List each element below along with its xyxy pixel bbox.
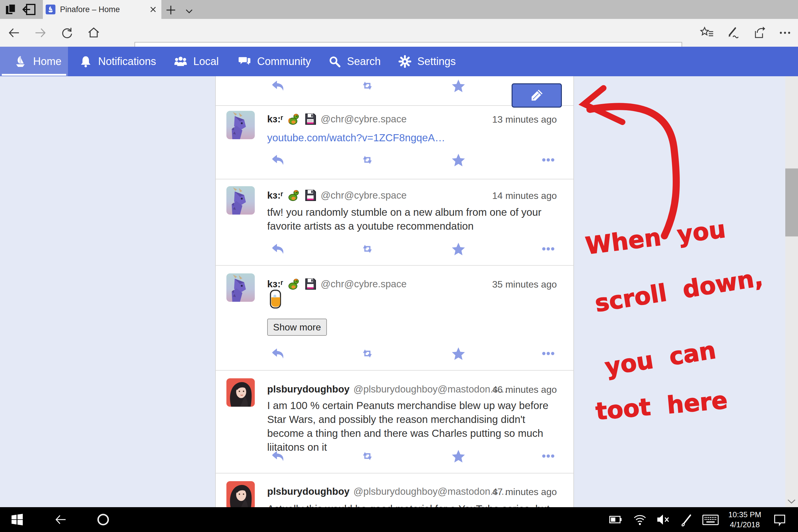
dragon-emoji	[287, 189, 300, 202]
nav-item-community[interactable]: Community	[238, 47, 311, 76]
pinafore-favicon	[45, 4, 56, 15]
action-center-icon[interactable]	[773, 513, 786, 526]
tab-chevron-icon[interactable]	[183, 4, 197, 18]
nav-item-home[interactable]: Home	[0, 47, 68, 76]
ellipsis-icon[interactable]	[541, 153, 555, 167]
boost-icon[interactable]	[361, 242, 375, 256]
avatar[interactable]	[226, 378, 255, 407]
toot-link[interactable]: youtube.com/watch?v=1ZCF8ngqeA…	[267, 132, 445, 143]
home-icon[interactable]	[87, 26, 101, 40]
screen: Pinafore – Home https://de	[0, 0, 798, 532]
touch-keyboard-icon[interactable]	[702, 514, 719, 526]
star-icon[interactable]	[451, 346, 465, 361]
scrollbar-thumb[interactable]	[785, 169, 798, 236]
reply-icon[interactable]	[271, 449, 285, 463]
nav-label: Local	[193, 55, 219, 68]
scroll-down-arrow-icon[interactable]	[786, 498, 797, 506]
boost-icon[interactable]	[361, 449, 375, 463]
pencil-icon	[529, 88, 545, 103]
more-icon[interactable]	[778, 26, 792, 40]
account-handle: @chr@cybre.space	[321, 279, 407, 290]
taskbar-back-icon[interactable]	[54, 513, 68, 526]
star-icon[interactable]	[451, 153, 465, 167]
back-icon[interactable]	[7, 26, 21, 40]
boost-icon[interactable]	[361, 153, 375, 167]
people-icon	[174, 55, 187, 68]
pen-icon[interactable]	[680, 513, 694, 526]
reply-icon[interactable]	[271, 79, 285, 93]
avatar[interactable]	[226, 186, 255, 214]
browser-tab[interactable]: Pinafore – Home	[43, 0, 162, 19]
timestamp: 47 minutes ago	[492, 487, 557, 497]
windows-taskbar: 10:35 PM 4/1/2018	[0, 507, 798, 532]
star-icon[interactable]	[451, 449, 465, 463]
compose-toot-button[interactable]	[512, 83, 562, 108]
boost-icon[interactable]	[361, 346, 375, 361]
boost-icon[interactable]	[361, 79, 375, 93]
toot: kɜ:ʳ @chr@cybre.space 35 minutes ago Sho…	[216, 266, 573, 370]
nav-label: Settings	[417, 55, 456, 68]
display-name: kɜ:ʳ	[267, 279, 283, 290]
windows-logo-icon[interactable]	[11, 514, 23, 526]
reply-icon[interactable]	[271, 242, 285, 256]
timeline-column: kɜ:ʳ @chr@cybre.space 13 minutes ago you…	[215, 76, 574, 507]
star-icon[interactable]	[451, 79, 465, 93]
share-icon[interactable]	[752, 26, 766, 40]
toot-header: kɜ:ʳ @chr@cybre.space	[267, 189, 407, 202]
annotation-line: When you	[584, 215, 727, 260]
tab-preview-icon[interactable]	[4, 2, 18, 17]
drink-emoji	[268, 290, 284, 309]
refresh-icon[interactable]	[60, 26, 74, 40]
taskbar-clock[interactable]: 10:35 PM 4/1/2018	[721, 510, 768, 530]
nav-item-search[interactable]: Search	[328, 47, 381, 76]
avatar[interactable]	[226, 481, 255, 507]
toot-header: kɜ:ʳ @chr@cybre.space	[267, 277, 407, 291]
timestamp: 14 minutes ago	[492, 190, 557, 201]
nav-item-local[interactable]: Local	[174, 47, 219, 76]
reply-icon[interactable]	[271, 346, 285, 361]
ellipsis-icon[interactable]	[541, 346, 555, 361]
star-icon[interactable]	[451, 242, 465, 256]
wifi-icon[interactable]	[633, 513, 647, 526]
nav-label: Community	[257, 55, 311, 68]
chat-bubbles-icon	[238, 55, 251, 68]
show-more-button[interactable]: Show more	[267, 319, 327, 336]
scrollbar-track[interactable]	[785, 76, 798, 507]
browser-tab-bar: Pinafore – Home	[0, 0, 798, 19]
account-handle: @chr@cybre.space	[321, 114, 407, 125]
cortana-icon[interactable]	[96, 512, 111, 527]
close-icon[interactable]	[148, 4, 158, 15]
pinafore-nav-bar: Home Notifications Local Community Searc…	[0, 47, 798, 76]
display-name: kɜ:ʳ	[267, 190, 283, 201]
clock-time: 10:35 PM	[721, 510, 768, 519]
ellipsis-icon[interactable]	[541, 449, 555, 463]
reply-icon[interactable]	[271, 153, 285, 167]
toot-content: I am 100 % certain Peanuts merchandise b…	[267, 398, 555, 454]
toot-header: plsburydoughboy @plsburydoughboy@mastodo…	[267, 485, 508, 498]
timestamp: 46 minutes ago	[492, 384, 557, 395]
sailboat-icon	[14, 55, 27, 68]
display-name: plsburydoughboy	[267, 384, 350, 395]
toot-content: tfw! you randomly stumble on a new album…	[267, 205, 555, 233]
nav-item-notifications[interactable]: Notifications	[79, 47, 156, 76]
muted-speaker-icon[interactable]	[656, 513, 670, 526]
avatar[interactable]	[226, 111, 255, 139]
new-tab-icon[interactable]	[164, 3, 178, 17]
ellipsis-icon[interactable]	[541, 242, 555, 256]
clock-date: 4/1/2018	[721, 519, 768, 530]
display-name: kɜ:ʳ	[267, 114, 283, 125]
set-aside-tabs-icon[interactable]	[22, 2, 37, 17]
toot: kɜ:ʳ @chr@cybre.space 14 minutes ago tfw…	[216, 179, 573, 266]
account-handle: @plsburydoughboy@mastodon.s…	[354, 384, 508, 395]
battery-icon[interactable]	[609, 513, 623, 526]
avatar[interactable]	[226, 273, 255, 302]
toot-header: kɜ:ʳ @chr@cybre.space	[267, 112, 407, 126]
timestamp: 35 minutes ago	[492, 279, 557, 290]
toot: kɜ:ʳ @chr@cybre.space 13 minutes ago you…	[216, 106, 573, 179]
hub-favorites-icon[interactable]	[700, 26, 714, 40]
forward-icon[interactable]	[33, 26, 48, 40]
web-note-icon[interactable]	[726, 26, 740, 40]
nav-label: Notifications	[98, 55, 156, 68]
nav-item-settings[interactable]: Settings	[398, 47, 456, 76]
annotation-line: toot here	[595, 386, 729, 425]
